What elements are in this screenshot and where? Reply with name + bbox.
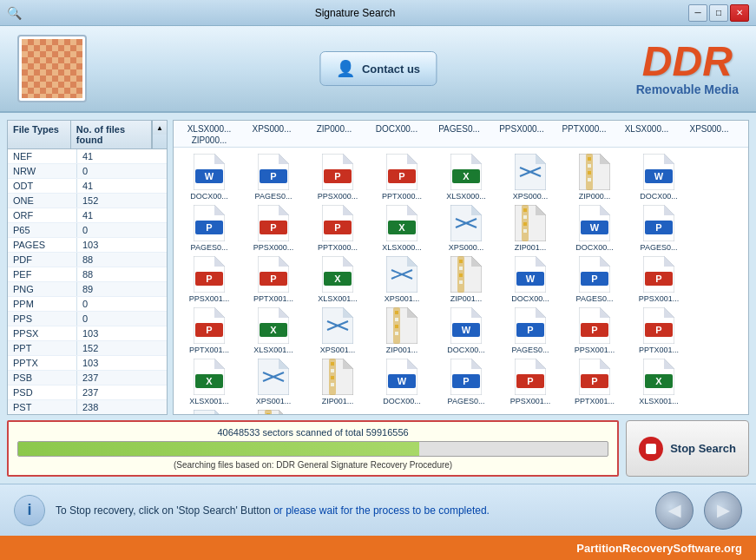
table-row[interactable]: PPS0 [8, 312, 167, 326]
list-item[interactable]: X XLSX000... [371, 204, 432, 252]
files-panel[interactable]: XLSX000...XPS000...ZIP000...DOCX00...PAG… [173, 120, 749, 415]
svg-marker-75 [279, 256, 289, 267]
file-types-panel: File Types No. of files found ▲ NEF41NRW… [7, 120, 168, 415]
file-icon: P [320, 153, 355, 191]
list-item[interactable]: P PPSX001... [564, 306, 625, 354]
files-grid: W DOCX00... P PAGES0... P PPSX000... P P… [174, 148, 748, 415]
list-item[interactable]: XPS000... [500, 153, 561, 201]
file-header-item: XPS000... [679, 124, 740, 134]
svg-rect-27 [588, 157, 591, 161]
list-item[interactable]: P PAGES0... [564, 255, 625, 303]
table-row[interactable]: ONE152 [8, 194, 167, 208]
table-row[interactable]: PPTX103 [8, 356, 167, 371]
list-item[interactable]: P PAGES0... [179, 204, 240, 252]
list-item[interactable]: P PAGES0... [500, 306, 561, 354]
svg-text:W: W [205, 171, 214, 181]
table-row[interactable]: ODT41 [8, 179, 167, 194]
table-row[interactable]: PST238 [8, 400, 167, 414]
svg-rect-153 [331, 376, 334, 379]
list-item[interactable]: ZIP000... [564, 153, 625, 201]
list-item[interactable]: X XLSX001... [243, 306, 304, 354]
list-item[interactable]: X XLSX001... [628, 358, 689, 405]
file-label: PPSX000... [244, 243, 303, 252]
list-item[interactable]: P PAGES0... [243, 153, 304, 201]
table-row[interactable]: PSD237 [8, 385, 167, 400]
table-row[interactable]: NEF41 [8, 149, 167, 164]
file-icon: W [641, 153, 676, 191]
list-item[interactable]: P PPSX001... [628, 255, 689, 303]
file-icon: X [256, 306, 291, 345]
table-row[interactable]: PDF88 [8, 253, 167, 267]
file-icon: X [385, 204, 419, 242]
list-item[interactable]: ZIP001... [307, 358, 368, 405]
file-types-body[interactable]: NEF41NRW0ODT41ONE152ORF41P650PAGES103PDF… [8, 149, 167, 414]
list-item[interactable]: X XLSX001... [307, 255, 368, 303]
svg-marker-156 [407, 359, 417, 369]
table-row[interactable]: PPSX103 [8, 326, 167, 341]
svg-text:P: P [270, 222, 276, 233]
list-item[interactable]: ZIP001... [371, 306, 432, 354]
table-row[interactable]: PAGES103 [8, 238, 167, 253]
list-item[interactable]: W DOCX00... [564, 204, 625, 252]
list-item[interactable]: W DOCX00... [436, 306, 496, 354]
table-row[interactable]: NRW0 [8, 164, 167, 179]
list-item[interactable]: ZIP001... [500, 204, 561, 252]
table-row[interactable]: PNG89 [8, 282, 167, 297]
col-files-found: No. of files found [71, 121, 152, 148]
list-item[interactable]: W DOCX00... [371, 358, 432, 405]
list-item[interactable]: XPS001... [371, 255, 432, 303]
contact-icon: 👤 [336, 59, 355, 78]
svg-text:P: P [591, 325, 597, 335]
list-item[interactable]: P PPTX001... [243, 255, 304, 303]
table-row[interactable]: ORF41 [8, 208, 167, 223]
list-item[interactable]: P PPTX001... [179, 306, 240, 354]
contact-us-button[interactable]: 👤 Contact us [319, 51, 437, 86]
list-item[interactable]: P PPTX000... [371, 153, 432, 201]
maximize-button[interactable]: □ [709, 4, 728, 22]
list-item[interactable]: P PAGES0... [436, 358, 496, 405]
list-item[interactable]: XPS001... [179, 409, 240, 415]
nav-forward-button[interactable]: ▶ [704, 491, 742, 530]
svg-marker-148 [322, 359, 353, 395]
file-label: PPTX001... [565, 397, 624, 405]
list-item[interactable]: X XLSX001... [179, 358, 240, 405]
list-item[interactable]: ZIP001... [243, 409, 304, 415]
close-button[interactable]: ✕ [730, 4, 749, 22]
file-icon [577, 153, 612, 191]
list-item[interactable]: P PAGES0... [628, 204, 689, 252]
file-label: DOCX00... [180, 192, 239, 201]
list-item[interactable]: P PPTX001... [564, 358, 625, 405]
list-item[interactable]: P PPSX000... [243, 204, 304, 252]
list-item[interactable]: ZIP001... [436, 255, 496, 303]
list-item[interactable]: P PPTX000... [307, 204, 368, 252]
svg-text:P: P [334, 171, 340, 181]
table-row[interactable]: P650 [8, 223, 167, 238]
list-item[interactable]: P PPSX001... [500, 358, 561, 405]
list-item[interactable]: X XLSX000... [436, 153, 496, 201]
list-item[interactable]: XPS000... [436, 204, 496, 252]
minimize-button[interactable]: ─ [688, 4, 707, 22]
list-item[interactable]: P PPTX001... [628, 306, 689, 354]
table-row[interactable]: PPT152 [8, 341, 167, 356]
table-row[interactable]: PSB237 [8, 371, 167, 385]
stop-search-button[interactable]: Stop Search [626, 420, 749, 477]
svg-text:P: P [206, 273, 212, 284]
scroll-up-arrow[interactable]: ▲ [153, 121, 167, 135]
list-item[interactable]: XPS001... [307, 306, 368, 354]
list-item[interactable]: P PPSX001... [179, 255, 240, 303]
list-item[interactable]: W DOCX00... [500, 255, 561, 303]
nav-back-button[interactable]: ◀ [655, 491, 694, 530]
table-row[interactable]: PPM0 [8, 297, 167, 312]
logo-checker-icon [22, 39, 82, 98]
list-item[interactable]: P PPSX000... [307, 153, 368, 201]
svg-rect-59 [523, 215, 527, 219]
list-item[interactable]: XPS001... [243, 358, 304, 405]
svg-text:W: W [590, 222, 600, 233]
table-row[interactable]: PEF88 [8, 267, 167, 282]
list-item[interactable]: W DOCX00... [179, 153, 240, 201]
footer: PartitionRecoverySoftware.org [0, 536, 756, 560]
file-label: ZIP001... [501, 243, 560, 252]
file-label: PAGES0... [565, 294, 624, 303]
file-label: PAGES0... [244, 192, 303, 201]
list-item[interactable]: W DOCX00... [628, 153, 689, 201]
